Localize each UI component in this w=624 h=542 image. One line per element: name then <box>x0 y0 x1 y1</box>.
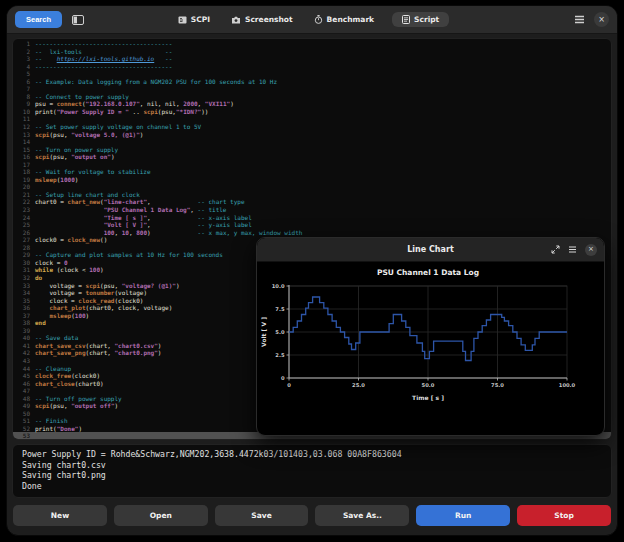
code-line[interactable]: 24 "Time [ s ]", -- x-axis label <box>13 214 611 222</box>
svg-text:Volt [ V ]: Volt [ V ] <box>260 317 267 347</box>
code-line[interactable]: 19msleep(1000) <box>13 176 611 184</box>
tab-scpi[interactable]: SCPI <box>175 12 213 27</box>
svg-text:50.0: 50.0 <box>422 382 435 388</box>
code-line[interactable]: 5 <box>13 70 611 78</box>
code-line[interactable]: 18-- Wait for voltage to stabilize <box>13 168 611 176</box>
code-line[interactable]: 9psu = connect("192.168.0.107", nil, nil… <box>13 100 611 108</box>
console-output[interactable]: Power Supply ID = Rohde&Schwarz,NGM202,3… <box>12 444 612 498</box>
tab-bar: SCPI Screenshot Benchmark Script <box>7 12 617 27</box>
stopwatch-icon <box>314 15 323 24</box>
run-button[interactable]: Run <box>416 505 510 526</box>
new-button[interactable]: New <box>13 505 107 526</box>
footer-bar: New Open Save Save As.. Run Stop <box>13 505 611 526</box>
code-line[interactable]: 26 100, 10, 800) -- x max, y max, window… <box>13 229 611 237</box>
code-line[interactable]: 6-- Example: Data logging from a NGM202 … <box>13 78 611 86</box>
line-chart: 02.55.07.510.0025.050.075.0100.0PSU Chan… <box>257 262 602 432</box>
chart-close-icon[interactable]: × <box>585 244 597 256</box>
svg-text:100.0: 100.0 <box>559 382 576 388</box>
code-line[interactable]: 10print("Power Supply ID = " .. scpi(psu… <box>13 108 611 116</box>
svg-text:2.5: 2.5 <box>275 352 285 358</box>
save-as-button[interactable]: Save As.. <box>315 505 409 526</box>
code-line[interactable]: 1-------------------------------------- <box>13 40 611 48</box>
code-line[interactable]: 4-------------------------------------- <box>13 63 611 71</box>
camera-icon <box>231 16 241 24</box>
code-line[interactable]: 23 "PSU Channel 1 Data Log", -- title <box>13 206 611 214</box>
code-line[interactable]: 25 "Volt [ V ]", -- y-axis label <box>13 221 611 229</box>
code-line[interactable]: 20 <box>13 183 611 191</box>
svg-text:PSU Channel 1 Data Log: PSU Channel 1 Data Log <box>377 268 479 277</box>
code-line[interactable]: 11 <box>13 115 611 123</box>
code-line[interactable]: 15-- Turn on power supply <box>13 146 611 154</box>
svg-text:7.5: 7.5 <box>275 306 285 312</box>
chart-window-controls: × <box>551 244 604 256</box>
save-button[interactable]: Save <box>215 505 309 526</box>
tab-benchmark[interactable]: Benchmark <box>311 12 378 27</box>
code-line[interactable]: 22chart0 = chart_new("line-chart", -- ch… <box>13 198 611 206</box>
chart-window-titlebar[interactable]: Line Chart × <box>257 238 604 262</box>
menu-icon[interactable] <box>574 15 585 24</box>
document-icon <box>402 15 410 24</box>
code-line[interactable]: 21-- Setup line chart and clock <box>13 191 611 199</box>
svg-text:10.0: 10.0 <box>272 283 285 289</box>
expand-icon[interactable] <box>551 245 560 254</box>
tab-scpi-label: SCPI <box>191 15 210 24</box>
code-line[interactable]: 2-- lxi-tools -- <box>13 48 611 56</box>
code-line[interactable]: 14 <box>13 138 611 146</box>
window-close-icon[interactable]: × <box>594 12 609 27</box>
search-button[interactable]: Search <box>15 11 62 28</box>
tab-screenshot-label: Screenshot <box>245 15 293 24</box>
code-line[interactable]: 8-- Connect to power supply <box>13 93 611 101</box>
header-bar: Search SCPI Screenshot Benchmark <box>7 6 617 34</box>
terminal-icon <box>178 16 187 24</box>
svg-text:25.0: 25.0 <box>352 382 365 388</box>
tab-script[interactable]: Script <box>392 12 449 27</box>
tab-benchmark-label: Benchmark <box>327 15 375 24</box>
tab-screenshot[interactable]: Screenshot <box>228 12 296 27</box>
tab-script-label: Script <box>414 15 439 24</box>
svg-text:Time [ s ]: Time [ s ] <box>412 394 444 401</box>
code-line[interactable]: 3-- https://lxi-tools.github.io -- <box>13 55 611 63</box>
code-line[interactable]: 7 <box>13 85 611 93</box>
code-line[interactable]: 12-- Set power supply voltage on channel… <box>13 123 611 131</box>
svg-text:0: 0 <box>287 382 291 388</box>
line-chart-window[interactable]: Line Chart × 02.55.07.510.0025.050.075.0… <box>256 237 605 436</box>
sidebar-toggle-icon[interactable] <box>72 15 84 25</box>
svg-text:5.0: 5.0 <box>275 329 285 335</box>
chart-menu-icon[interactable] <box>568 246 577 253</box>
code-line[interactable]: 16scpi(psu, "output on") <box>13 153 611 161</box>
svg-text:0: 0 <box>281 375 285 381</box>
code-line[interactable]: 17 <box>13 161 611 169</box>
app-window: Search SCPI Screenshot Benchmark <box>6 5 618 536</box>
stop-button[interactable]: Stop <box>517 505 611 526</box>
header-right-controls: × <box>574 12 609 27</box>
svg-text:75.0: 75.0 <box>491 382 504 388</box>
open-button[interactable]: Open <box>114 505 208 526</box>
code-line[interactable]: 13scpi(psu, "voltage 5.0, (@1)") <box>13 131 611 139</box>
